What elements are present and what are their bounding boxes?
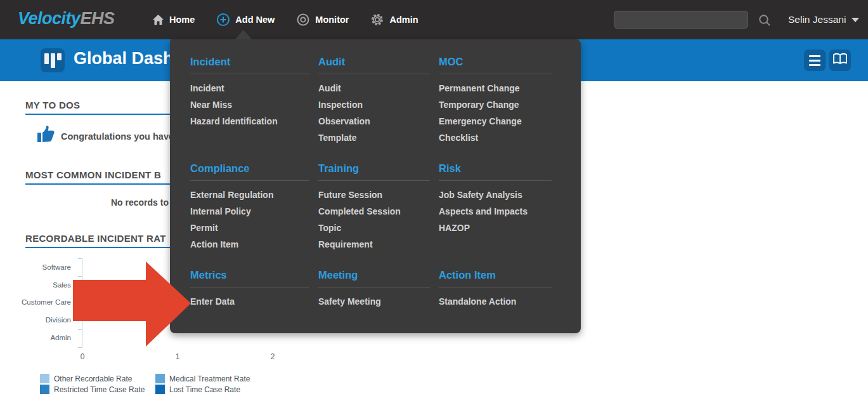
nav-item-label: Add New: [235, 15, 275, 25]
menu-section-training: Training Future Session Completed Sessio…: [318, 162, 439, 269]
menu-section-title: Meeting: [318, 269, 430, 281]
menu-item[interactable]: Completed Session: [318, 206, 430, 216]
dashboard-icon: [41, 48, 65, 72]
menu-item[interactable]: Permanent Change: [439, 83, 552, 93]
nav-item-label: Admin: [389, 15, 418, 25]
menu-item[interactable]: Standalone Action: [439, 296, 552, 307]
menu-item[interactable]: Future Session: [318, 190, 430, 200]
rates-section-title: RECORDABLE INCIDENT RAT: [25, 233, 166, 244]
nav-item-label: Monitor: [315, 15, 349, 25]
menu-section-moc: MOC Permanent Change Temporary Change Em…: [439, 56, 560, 162]
help-book-button[interactable]: [829, 50, 851, 71]
chart-category-label: Admin: [0, 334, 71, 341]
menu-row: Incident Incident Near Miss Hazard Ident…: [190, 56, 560, 162]
menu-item[interactable]: Emergency Change: [439, 116, 552, 126]
dashboard-list-button[interactable]: [804, 50, 826, 71]
menu-section-title: Audit: [318, 56, 430, 68]
nav-item-label: Home: [169, 15, 195, 25]
chart-x-tick: 0: [79, 352, 86, 361]
menu-section-meeting: Meeting Safety Meeting: [318, 269, 439, 313]
monitor-icon: [296, 13, 310, 27]
nav-item-add-new[interactable]: Add New: [216, 13, 275, 27]
menu-item[interactable]: Action Item: [190, 239, 309, 249]
nav-item-admin[interactable]: Admin: [370, 13, 418, 27]
menu-item[interactable]: Hazard Identification: [190, 116, 309, 126]
menu-item[interactable]: Audit: [318, 83, 430, 93]
menu-section-title: Compliance: [190, 162, 309, 175]
menu-item[interactable]: Near Miss: [190, 100, 309, 110]
chart-x-tick: 1: [174, 352, 181, 361]
menu-section-title: Action Item: [439, 269, 552, 281]
menu-item-enter-data[interactable]: Enter Data: [190, 296, 309, 307]
top-nav-bar: VelocityEHS Home Add New Monitor: [0, 0, 868, 39]
app-window: VelocityEHS Home Add New Monitor: [0, 0, 868, 403]
menu-section-title: Incident: [190, 56, 309, 68]
menu-item[interactable]: Topic: [318, 223, 430, 233]
legend-item: Other Recordable Rate: [40, 374, 132, 383]
todos-congrats-message: Congratulations you have n: [61, 131, 182, 142]
no-records-text: No records to: [111, 197, 169, 208]
search-icon[interactable]: [757, 13, 772, 30]
nav-item-monitor[interactable]: Monitor: [296, 13, 349, 27]
open-book-icon: [832, 53, 848, 68]
main-menu: Home Add New Monitor Admin: [152, 0, 418, 39]
chart-category-label: Division: [0, 316, 71, 324]
menu-section-audit: Audit Audit Inspection Observation Templ…: [318, 56, 439, 162]
chart-x-tick: 2: [269, 352, 276, 361]
menu-item[interactable]: Internal Policy: [190, 206, 309, 216]
legend-item: Medical Treatment Rate: [155, 374, 250, 383]
menu-item[interactable]: Template: [318, 133, 430, 143]
menu-item[interactable]: Inspection: [318, 100, 430, 110]
menu-section-action-item: Action Item Standalone Action: [439, 269, 560, 313]
menu-caret-up-icon: [235, 30, 252, 39]
legend-item: Restricted Time Case Rate: [40, 385, 145, 394]
logo-text-ehs: EHS: [81, 9, 115, 28]
add-new-dropdown: Incident Incident Near Miss Hazard Ident…: [170, 39, 581, 333]
menu-item[interactable]: Incident: [190, 83, 309, 93]
chart-category-label: Customer Care: [0, 298, 71, 306]
legend-swatch: [40, 385, 49, 394]
menu-item[interactable]: Observation: [318, 116, 430, 126]
legend-label: Other Recordable Rate: [54, 374, 132, 383]
chart-category-label: Software: [0, 263, 71, 271]
legend-swatch: [155, 385, 165, 394]
legend-label: Medical Treatment Rate: [169, 374, 250, 383]
legend-label: Lost Time Case Rate: [169, 385, 240, 394]
chart-category-label: Sales: [0, 281, 71, 289]
velocityehs-logo[interactable]: VelocityEHS: [18, 9, 115, 29]
menu-item[interactable]: HAZOP: [439, 223, 552, 233]
menu-item[interactable]: Temporary Change: [439, 100, 552, 110]
thumbs-up-icon: [35, 123, 56, 147]
logo-text-velocity: Velocity: [18, 9, 81, 28]
menu-section-title: Training: [318, 162, 430, 175]
menu-item[interactable]: Job Safety Analysis: [439, 190, 552, 200]
user-menu[interactable]: Selin Jessani: [788, 0, 859, 39]
home-icon: [152, 14, 164, 25]
menu-section-metrics: Metrics Enter Data: [190, 269, 318, 313]
menu-item[interactable]: Permit: [190, 223, 309, 233]
menu-section-risk: Risk Job Safety Analysis Aspects and Imp…: [439, 162, 560, 269]
menu-row: Compliance External Regulation Internal …: [190, 162, 560, 269]
nav-item-home[interactable]: Home: [152, 14, 195, 25]
legend-item: Lost Time Case Rate: [155, 385, 240, 394]
user-name: Selin Jessani: [788, 14, 846, 25]
incidents-section-title: MOST COMMON INCIDENT B: [25, 169, 161, 180]
menu-item[interactable]: Safety Meeting: [318, 296, 430, 307]
chevron-down-icon: [852, 18, 859, 22]
legend-swatch: [40, 374, 49, 383]
menu-section-incident: Incident Incident Near Miss Hazard Ident…: [190, 56, 318, 162]
menu-row: Metrics Enter Data Meeting Safety Meetin…: [190, 269, 560, 313]
legend-label: Restricted Time Case Rate: [54, 385, 145, 394]
menu-section-title: MOC: [439, 56, 552, 68]
menu-item[interactable]: Aspects and Impacts: [439, 206, 552, 216]
search-input[interactable]: [614, 11, 748, 29]
hamburger-icon: [809, 55, 820, 66]
admin-gear-icon: [370, 13, 384, 27]
chart-y-axis: [82, 258, 82, 348]
menu-item[interactable]: Checklist: [439, 133, 552, 143]
menu-section-title: Risk: [439, 162, 552, 175]
menu-item[interactable]: External Regulation: [190, 190, 309, 200]
menu-section-compliance: Compliance External Regulation Internal …: [190, 162, 318, 269]
add-new-icon: [216, 13, 230, 27]
menu-item[interactable]: Requirement: [318, 239, 430, 249]
